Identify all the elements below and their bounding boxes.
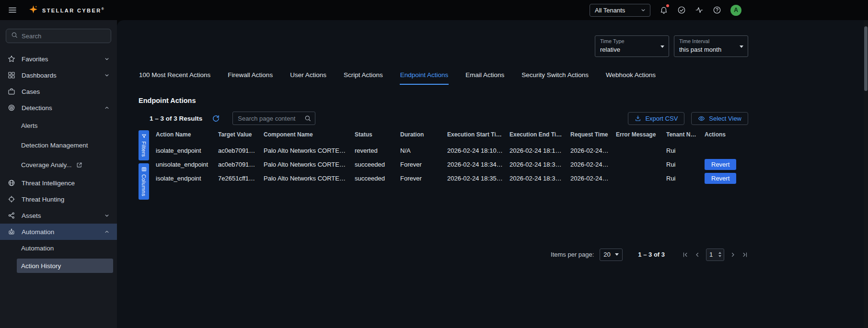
- col-header-execution-start-time[interactable]: Execution Start Time: [444, 129, 507, 144]
- cell-target-value: ac0eb7091b6...: [215, 144, 261, 158]
- table-row[interactable]: unisolate_endpoint ac0eb7091b6... Palo A…: [153, 158, 747, 171]
- cell-status: succeeded: [352, 158, 397, 171]
- revert-button[interactable]: Revert: [705, 173, 736, 184]
- time-type-value: relative: [600, 46, 656, 53]
- activity-pulse-icon[interactable]: [695, 6, 704, 14]
- sidebar-item-threat-intelligence[interactable]: Threat Intelligence: [0, 175, 117, 191]
- table-row[interactable]: isolate_endpoint 7e2651cff17c... Palo Al…: [153, 171, 747, 185]
- col-header-request-time[interactable]: Request Time: [567, 129, 613, 144]
- previous-page-icon[interactable]: [694, 251, 701, 258]
- sidebar-search[interactable]: [6, 29, 111, 43]
- sidebar-item-label: Automation: [21, 245, 54, 252]
- spinner-down-icon[interactable]: [718, 255, 721, 257]
- tenant-selector[interactable]: All Tenants: [590, 4, 650, 17]
- sidebar-item-automation-child[interactable]: Automation: [0, 240, 117, 257]
- table-row[interactable]: isolate_endpoint ac0eb7091b6... Palo Alt…: [153, 144, 747, 158]
- caret-down-icon: [660, 45, 664, 48]
- cell-execution-end-time: 2026-02-24 18:34:31: [507, 158, 567, 171]
- tab-endpoint-actions[interactable]: Endpoint Actions: [400, 68, 449, 85]
- cell-actions: Revert: [702, 171, 747, 185]
- cell-request-time: 2026-02-24 1...: [567, 144, 613, 158]
- sidebar-item-threat-hunting[interactable]: Threat Hunting: [0, 191, 117, 207]
- col-header-status[interactable]: Status: [352, 129, 397, 144]
- select-view-button[interactable]: Select View: [691, 112, 748, 125]
- stellar-star-icon: [29, 5, 38, 16]
- sidebar-item-assets[interactable]: Assets: [0, 207, 117, 224]
- filters-vertical-tab[interactable]: Filters: [139, 130, 149, 160]
- tab-user-actions[interactable]: User Actions: [289, 68, 327, 85]
- sidebar-item-dashboards[interactable]: Dashboards: [0, 67, 117, 83]
- refresh-icon[interactable]: [212, 114, 220, 123]
- next-page-icon[interactable]: [729, 251, 736, 258]
- registered-mark: ®: [101, 7, 104, 11]
- sidebar-item-label: Threat Intelligence: [22, 180, 75, 187]
- tab-email-actions[interactable]: Email Actions: [465, 68, 505, 85]
- tab-script-actions[interactable]: Script Actions: [343, 68, 383, 85]
- col-header-duration[interactable]: Duration: [397, 129, 444, 144]
- page-number-spinner[interactable]: [718, 252, 721, 257]
- sidebar-item-action-history[interactable]: Action History: [17, 259, 113, 273]
- page-number-field[interactable]: [709, 251, 718, 258]
- search-icon: [11, 32, 18, 40]
- export-csv-label: Export CSV: [645, 115, 678, 122]
- sidebar-item-detection-management[interactable]: Detection Management: [0, 136, 117, 155]
- tab-security-switch-actions[interactable]: Security Switch Actions: [521, 68, 589, 85]
- help-icon[interactable]: [713, 6, 721, 14]
- columns-vertical-tab[interactable]: Columns: [139, 163, 149, 200]
- col-header-action-name[interactable]: Action Name: [153, 129, 215, 144]
- last-page-icon[interactable]: [741, 251, 748, 258]
- notifications-bell-icon[interactable]: [660, 6, 668, 14]
- cell-status: succeeded: [352, 171, 397, 185]
- select-view-label: Select View: [709, 115, 741, 122]
- cell-duration: Forever: [397, 158, 444, 171]
- cell-execution-start-time: 2026-02-24 18:35:56: [444, 171, 507, 185]
- brand-logo[interactable]: STELLAR CYBER®: [29, 5, 104, 16]
- cell-action-name: isolate_endpoint: [153, 171, 215, 185]
- cell-request-time: 2026-02-24 1...: [567, 158, 613, 171]
- col-header-tenant-name[interactable]: Tenant Name: [663, 129, 702, 144]
- cell-action-name: unisolate_endpoint: [153, 158, 215, 171]
- download-icon: [635, 115, 641, 122]
- sidebar-search-input[interactable]: [22, 33, 106, 40]
- time-filter-row: Time Type relative Time Interval this pa…: [139, 35, 748, 57]
- page-content-search-input[interactable]: [238, 115, 304, 122]
- cell-actions: Revert: [702, 158, 747, 171]
- page-number-input[interactable]: [706, 249, 724, 261]
- sidebar-item-automation[interactable]: Automation: [0, 224, 117, 240]
- cell-component-name: Palo Alto Networks CORTEX XDR: [261, 144, 352, 158]
- time-interval-select[interactable]: Time Interval this past month: [674, 35, 748, 57]
- page-content-search[interactable]: [232, 112, 315, 125]
- chevron-down-icon: [640, 7, 647, 13]
- export-csv-button[interactable]: Export CSV: [628, 112, 684, 125]
- sidebar-item-cases[interactable]: Cases: [0, 83, 117, 100]
- items-per-page-select[interactable]: 20: [600, 249, 623, 261]
- col-header-execution-end-time[interactable]: Execution End Time: [507, 129, 567, 144]
- revert-button[interactable]: Revert: [705, 159, 736, 170]
- columns-icon: [141, 167, 147, 172]
- tab-firewall-actions[interactable]: Firewall Actions: [227, 68, 273, 85]
- sidebar-item-alerts[interactable]: Alerts: [0, 116, 117, 136]
- sidebar-item-detections[interactable]: Detections: [0, 100, 117, 116]
- actions-table: Action Name Target Value Component Name …: [153, 129, 747, 185]
- cell-action-name: isolate_endpoint: [153, 144, 215, 158]
- col-header-actions[interactable]: Actions: [702, 129, 747, 144]
- spinner-up-icon[interactable]: [718, 252, 721, 254]
- tab-webhook-actions[interactable]: Webhook Actions: [605, 68, 656, 85]
- time-type-select[interactable]: Time Type relative: [595, 35, 669, 57]
- col-header-component-name[interactable]: Component Name: [261, 129, 352, 144]
- avatar[interactable]: A: [730, 5, 741, 16]
- sidebar-item-favorites[interactable]: Favorites: [0, 51, 117, 67]
- sidebar-item-label: Detections: [22, 104, 52, 112]
- check-circle-icon[interactable]: [677, 6, 686, 14]
- cell-execution-end-time: 2026-02-24 18:35:56: [507, 171, 567, 185]
- first-page-icon[interactable]: [682, 251, 689, 258]
- col-header-target-value[interactable]: Target Value: [215, 129, 261, 144]
- hamburger-menu-icon[interactable]: [8, 5, 17, 15]
- eye-icon: [698, 115, 705, 122]
- notification-badge-dot: [666, 4, 669, 7]
- sidebar-item-coverage-analysis[interactable]: Coverage Analy...: [0, 155, 117, 175]
- col-header-error-message[interactable]: Error Message: [613, 129, 663, 144]
- filters-tab-label: Filters: [141, 141, 147, 157]
- vertical-scrollbar-thumb[interactable]: [864, 26, 868, 91]
- tab-100-most-recent-actions[interactable]: 100 Most Recent Actions: [139, 68, 211, 85]
